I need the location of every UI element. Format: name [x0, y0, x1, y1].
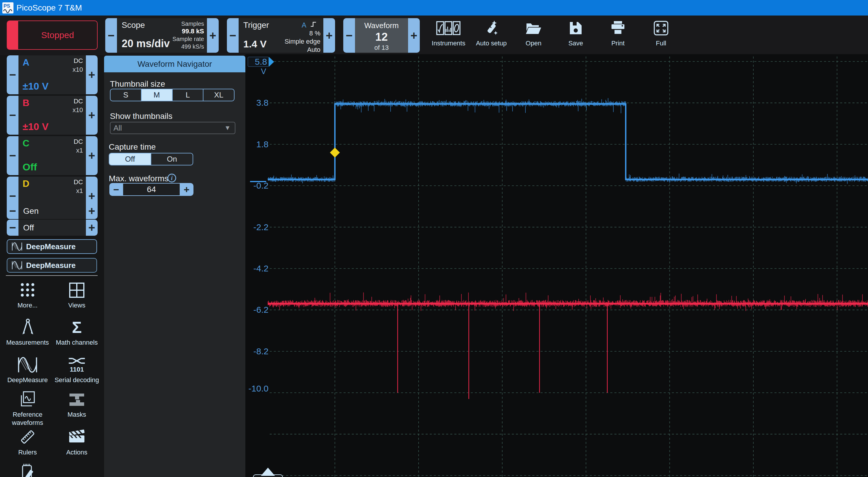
channel-c-body[interactable]: C DC x1 Off: [19, 136, 86, 175]
print-icon: [610, 19, 626, 37]
channel-a-body[interactable]: A DC x10 ±10 V: [19, 55, 86, 94]
scope-display[interactable]: 3.81.8-0.2-2.2-4.2-6.2-8.2-10.0 5.8 V: [245, 54, 868, 477]
thumbnail-size-xl[interactable]: XL: [204, 89, 234, 101]
channel-b-letter: B: [23, 98, 29, 108]
capture-time-toggle: Off On: [109, 153, 193, 165]
svg-text:1.8: 1.8: [256, 139, 269, 149]
scope-panel[interactable]: − Scope 20 ms/div Samples 99.8 kS Sample…: [105, 18, 219, 53]
deepmeasure-icon: [11, 242, 23, 251]
logo-text: PS: [3, 3, 10, 9]
masks-icon: [68, 389, 86, 408]
thumbnail-size-l[interactable]: L: [173, 89, 204, 101]
trigger-source: A: [302, 21, 306, 29]
max-waveforms-plus-button[interactable]: +: [180, 183, 193, 196]
app-logo-icon: PS: [2, 2, 13, 13]
waveform-of: of 13: [355, 44, 408, 52]
generator-label: Gen: [23, 206, 39, 216]
scope-info: Samples 99.8 kS Sample rate 499 kS/s: [173, 20, 204, 50]
max-waveforms-value[interactable]: 64: [123, 183, 180, 196]
channel-b-body[interactable]: B DC x10 ±10 V: [19, 96, 86, 135]
waveform-navigator-title: Waveform Navigator: [137, 60, 212, 69]
stopped-red-bar[interactable]: [7, 21, 18, 49]
channel-a-minus-button[interactable]: −: [7, 55, 19, 94]
sidebar-item-serial-decoding[interactable]: 1101 Serial decoding: [53, 354, 101, 384]
capture-time-on[interactable]: On: [151, 154, 193, 165]
run-stop-button[interactable]: Stopped: [7, 21, 98, 50]
waveform-prev-button[interactable]: −: [343, 18, 355, 53]
deepmeasure-icon: [11, 261, 23, 270]
thumbnail-size-label: Thumbnail size: [110, 79, 165, 89]
actions-icon: [68, 427, 86, 445]
channel-a-letter: A: [23, 57, 29, 68]
generator-state-minus-button[interactable]: −: [7, 219, 19, 236]
axis-unit-label: V: [248, 67, 269, 76]
axis-max-box[interactable]: 5.8: [248, 57, 269, 67]
math-channels-icon: Σ: [72, 317, 82, 336]
sample-rate-value: 499 kS/s: [181, 43, 204, 50]
save-button[interactable]: Save: [557, 19, 595, 52]
full-screen-button[interactable]: Full: [642, 19, 680, 52]
thumbnail-size-m[interactable]: M: [142, 89, 173, 101]
app-title: PicoScope 7 T&M: [17, 3, 82, 12]
full-screen-icon: [653, 19, 669, 37]
scope-plus-button[interactable]: +: [207, 18, 219, 53]
trigger-percent: 8 %: [309, 30, 320, 37]
trigger-panel[interactable]: − Trigger A 8 % Simple edge Auto 1.4 V +: [227, 18, 335, 53]
sidebar-item-math-channels[interactable]: Σ Math channels: [53, 317, 101, 347]
sidebar-item-rulers[interactable]: Rulers: [3, 427, 52, 456]
waveform-navigator-header[interactable]: Waveform Navigator: [104, 56, 245, 72]
channel-c-block[interactable]: − C DC x1 Off +: [7, 136, 98, 175]
deepmeasure-button-1[interactable]: DeepMeasure: [7, 239, 97, 254]
sidebar-item-notes[interactable]: [3, 463, 52, 477]
capture-time-off[interactable]: Off: [110, 154, 151, 165]
channel-b-minus-button[interactable]: −: [7, 96, 19, 135]
waveform-number: 12: [355, 31, 408, 43]
channel-a-offset-arrow[interactable]: [269, 57, 274, 67]
thumbnail-size-s[interactable]: S: [111, 89, 142, 101]
waveform-next-button[interactable]: +: [408, 18, 420, 53]
instruments-button[interactable]: Instruments: [430, 19, 468, 52]
auto-setup-icon: [483, 19, 499, 37]
open-button[interactable]: Open: [515, 19, 553, 52]
generator-state-row[interactable]: − Off +: [7, 219, 98, 236]
generator-minus-button[interactable]: −: [7, 203, 19, 219]
generator-state: Off: [23, 223, 34, 233]
generator-state-plus-button[interactable]: +: [86, 219, 98, 236]
scope-waveform-canvas[interactable]: 3.81.8-0.2-2.2-4.2-6.2-8.2-10.0: [245, 54, 868, 477]
sidebar-item-more[interactable]: More...: [3, 280, 52, 309]
sidebar-item-measurements[interactable]: Measurements: [3, 317, 52, 347]
deepmeasure-button-2[interactable]: DeepMeasure: [7, 258, 97, 273]
sidebar-item-actions[interactable]: Actions: [53, 427, 101, 456]
generator-plus-button[interactable]: +: [86, 203, 98, 219]
channel-b-block[interactable]: − B DC x10 ±10 V +: [7, 96, 98, 135]
trigger-plus-button[interactable]: +: [323, 18, 335, 53]
print-button[interactable]: Print: [599, 19, 637, 52]
waveform-index[interactable]: Waveform 12 of 13: [355, 18, 408, 53]
channel-a-plus-button[interactable]: +: [86, 55, 98, 94]
main-toolbar: Stopped − Scope 20 ms/div Samples 99.8 k…: [0, 15, 868, 55]
info-icon[interactable]: i: [167, 174, 176, 182]
sidebar-item-views[interactable]: Views: [53, 280, 101, 309]
capture-start-marker[interactable]: [261, 468, 275, 476]
channel-a-block[interactable]: − A DC x10 ±10 V +: [7, 55, 98, 94]
scope-minus-button[interactable]: −: [105, 18, 117, 53]
channel-b-plus-button[interactable]: +: [86, 96, 98, 135]
generator-row[interactable]: − Gen +: [7, 203, 98, 219]
max-waveforms-stepper: − 64 +: [110, 183, 193, 196]
auto-setup-button[interactable]: Auto setup: [472, 19, 510, 52]
channel-c-plus-button[interactable]: +: [86, 136, 98, 175]
max-waveforms-minus-button[interactable]: −: [110, 183, 123, 196]
channel-c-minus-button[interactable]: −: [7, 136, 19, 175]
show-thumbnails-dropdown[interactable]: All ▼: [110, 122, 236, 134]
max-waveforms-label: Max. waveforms: [109, 174, 168, 183]
channel-d-letter: D: [23, 178, 29, 189]
trigger-level: 1.4 V: [243, 38, 267, 50]
waveform-label: Waveform: [355, 21, 408, 30]
waveform-panel[interactable]: − Waveform 12 of 13 +: [343, 18, 420, 53]
sidebar-item-deepmeasure[interactable]: DeepMeasure: [3, 354, 52, 384]
title-bar: PS PicoScope 7 T&M: [0, 0, 868, 15]
trigger-marker-diamond[interactable]: [330, 147, 340, 158]
sidebar-item-reference-waveforms[interactable]: Reference waveforms: [3, 389, 52, 427]
trigger-minus-button[interactable]: −: [227, 18, 239, 53]
sidebar-item-masks[interactable]: Masks: [53, 389, 101, 419]
